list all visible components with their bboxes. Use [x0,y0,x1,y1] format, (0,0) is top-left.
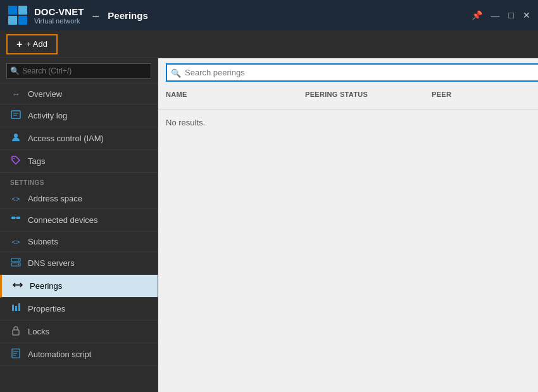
sidebar-item-overview[interactable]: ↔ Overview [0,84,158,104]
title-text: DOC-VNET Virtual network [34,6,84,25]
pin-icon[interactable]: 📌 [472,10,482,20]
sidebar: 🔍 ↔ Overview Activity log Access control… [0,58,158,392]
tags-icon [10,155,22,167]
sidebar-item-label: Address space [28,194,82,203]
sidebar-item-subnets[interactable]: <> Subnets [0,232,158,252]
sidebar-item-label: Access control (IAM) [28,134,104,143]
sidebar-item-dns-servers[interactable]: DNS servers [0,252,158,275]
sidebar-item-address-space[interactable]: <> Address space [0,189,158,209]
svg-point-8 [13,158,15,159]
sidebar-item-activity-log[interactable]: Activity log [0,104,158,127]
title-bar-left: DOC-VNET Virtual network – Peerings [8,5,148,25]
sidebar-item-automation-script[interactable]: Automation script [0,343,158,366]
sidebar-item-label: Peerings [30,281,62,291]
page-name: Peerings [108,10,147,21]
sidebar-item-label: Subnets [28,237,58,246]
sidebar-item-label: Activity log [28,111,67,120]
svg-rect-10 [16,217,20,219]
svg-rect-20 [13,330,19,335]
sidebar-item-label: Automation script [28,350,91,359]
sidebar-item-label: Tags [28,156,45,166]
col-peering-status: PEERING STATUS [305,91,432,106]
locks-icon [10,326,22,338]
svg-point-15 [18,264,19,265]
main-layout: 🔍 ↔ Overview Activity log Access control… [0,58,538,392]
sidebar-item-label: Properties [28,304,65,313]
app-logo-icon [8,5,28,25]
empty-message: No results. [166,118,205,127]
content-area: 🔍 NAME PEERING STATUS PEER GATEWAY TRANS… [158,58,538,392]
minimize-icon[interactable]: — [491,10,500,20]
svg-rect-4 [11,111,20,118]
search-peerings-input[interactable] [166,63,538,82]
app-title: DOC-VNET [34,6,84,17]
svg-rect-19 [18,303,20,311]
table-header: NAME PEERING STATUS PEER GATEWAY TRANSIT [158,87,538,110]
sidebar-item-peerings[interactable]: Peerings [0,275,158,298]
search-peerings-wrap: 🔍 [166,63,538,82]
title-bar: DOC-VNET Virtual network – Peerings 📌 — … [0,0,538,30]
app-subtitle: Virtual network [34,17,84,25]
sidebar-item-connected-devices[interactable]: Connected devices [0,209,158,232]
access-control-icon [10,132,22,144]
svg-rect-1 [18,6,27,15]
address-space-icon: <> [10,195,22,203]
activity-log-icon [10,110,22,122]
close-icon[interactable]: ✕ [523,10,530,20]
sidebar-search-input[interactable] [6,63,151,79]
title-bar-controls[interactable]: 📌 — □ ✕ [472,10,530,20]
subnets-icon: <> [10,238,22,246]
automation-script-icon [10,348,22,360]
dns-servers-icon [10,257,22,269]
svg-rect-9 [11,217,15,219]
svg-rect-2 [8,16,17,25]
add-button[interactable]: + + Add [6,34,58,54]
connected-devices-icon [10,214,22,226]
svg-rect-3 [18,16,27,25]
sidebar-item-label: Overview [28,89,62,99]
add-label: + Add [26,39,47,49]
svg-point-7 [14,134,18,137]
sidebar-item-locks[interactable]: Locks [0,320,158,343]
svg-point-14 [18,260,19,261]
col-name: NAME [166,91,305,106]
sidebar-settings-header: SETTINGS [0,173,158,189]
sidebar-item-label: Connected devices [28,215,98,225]
search-peerings-icon: 🔍 [171,68,181,77]
title-separator: – [92,9,99,22]
svg-rect-17 [12,305,14,311]
maximize-icon[interactable]: □ [509,10,514,20]
sidebar-item-label: Locks [28,327,49,336]
peerings-icon [12,280,23,292]
sidebar-item-tags[interactable]: Tags [0,150,158,173]
table-body: No results. [158,110,538,135]
sidebar-item-properties[interactable]: Properties [0,298,158,320]
sidebar-search-icon: 🔍 [10,66,20,75]
search-peerings-container: 🔍 [158,58,538,87]
sidebar-item-label: DNS servers [28,258,75,268]
svg-rect-0 [8,6,17,15]
svg-rect-18 [15,306,17,311]
sidebar-search-container: 🔍 [0,58,158,84]
sidebar-item-access-control[interactable]: Access control (IAM) [0,127,158,150]
toolbar: + + Add [0,30,538,58]
add-icon: + [16,39,22,50]
overview-icon: ↔ [10,89,22,99]
col-peer: PEER [432,91,538,106]
properties-icon [10,303,22,315]
